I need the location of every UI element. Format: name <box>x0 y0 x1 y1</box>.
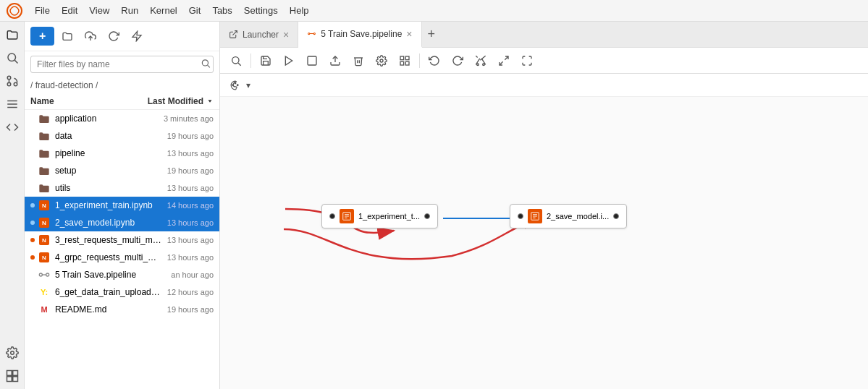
file-list-item[interactable]: Y:6_get_data_train_upload.yaml12 hours a… <box>25 283 219 301</box>
svg-point-30 <box>380 59 383 62</box>
menu-git[interactable]: Git <box>183 2 207 19</box>
node2-input-dot <box>518 213 523 219</box>
file-icon <box>38 112 51 125</box>
file-list-item[interactable]: setup19 hours ago <box>25 162 219 179</box>
menu-edit[interactable]: Edit <box>56 2 83 19</box>
toolbar-run[interactable] <box>279 51 299 71</box>
pipeline-node-1[interactable]: 1_experiment_t... <box>321 204 438 228</box>
dot-indicator <box>30 255 35 260</box>
file-list-item[interactable]: N2_save_model.ipynb13 hours ago <box>25 214 219 231</box>
tab-pipeline-label: 5 Train Save.pipeline <box>321 29 402 39</box>
tab-bar: Launcher × 5 Train Save.pipeline × + <box>220 22 868 48</box>
palette-dropdown[interactable]: ▾ <box>246 80 250 90</box>
toolbar-fullscreen[interactable] <box>517 51 537 71</box>
menu-run[interactable]: Run <box>115 2 144 19</box>
toolbar-redo[interactable] <box>447 51 468 71</box>
svg-rect-10 <box>7 371 12 376</box>
open-folder-button[interactable] <box>57 26 77 46</box>
file-list-item[interactable]: pipeline13 hours ago <box>25 145 219 162</box>
file-list-item[interactable]: MREADME.md19 hours ago <box>25 301 219 318</box>
svg-rect-28 <box>308 56 316 65</box>
file-icon: N <box>38 199 51 212</box>
dot-indicator <box>30 116 35 121</box>
svg-point-42 <box>235 82 236 84</box>
upload-button[interactable] <box>80 26 101 46</box>
search-icon-button[interactable] <box>201 59 211 71</box>
file-item-time: 14 hours ago <box>167 201 214 210</box>
menubar: File Edit View Run Kernel Git Tabs Setti… <box>0 0 868 22</box>
svg-point-18 <box>39 273 42 276</box>
activity-toc[interactable] <box>2 94 22 114</box>
node2-label: 2_save_model.i... <box>547 212 609 221</box>
file-item-time: 13 hours ago <box>167 236 214 244</box>
palette-button[interactable] <box>226 76 245 95</box>
file-item-name: 5 Train Save.pipeline <box>55 270 165 280</box>
file-item-name: 6_get_data_train_upload.yaml <box>55 287 161 297</box>
toolbar-export[interactable] <box>325 51 345 71</box>
tab-pipeline[interactable]: 5 Train Save.pipeline × <box>298 22 421 48</box>
activity-folder[interactable] <box>2 25 22 45</box>
toolbar-cut[interactable] <box>471 51 491 71</box>
tab-launcher-close[interactable]: × <box>283 30 289 40</box>
node1-output-dot <box>424 213 430 219</box>
pipeline-svg <box>220 97 868 389</box>
file-list-item[interactable]: N1_experiment_train.ipynb14 hours ago <box>25 197 219 214</box>
dot-indicator <box>30 203 35 208</box>
file-list-item[interactable]: application3 minutes ago <box>25 110 219 127</box>
pipeline-canvas[interactable]: 1_experiment_t... 2_save_model.i... <box>220 97 868 389</box>
activity-extensions[interactable] <box>2 366 22 386</box>
search-input[interactable] <box>30 56 214 73</box>
svg-marker-15 <box>132 31 141 40</box>
activity-search[interactable] <box>2 48 22 68</box>
file-list-item[interactable]: N4_grpc_requests_multi_model.ipynb13 hou… <box>25 249 219 266</box>
app-logo <box>6 2 23 20</box>
col-name: Name <box>30 96 54 106</box>
dot-indicator <box>30 151 35 155</box>
file-icon: N <box>38 251 51 264</box>
new-button[interactable]: + + <box>30 27 54 46</box>
toolbar-save[interactable] <box>256 51 276 71</box>
file-panel: + + / fraud-detection / Name <box>25 22 220 389</box>
toolbar-search[interactable] <box>226 51 246 71</box>
activity-code[interactable] <box>2 117 22 137</box>
file-list-item[interactable]: utils13 hours ago <box>25 179 219 197</box>
svg-line-26 <box>238 63 241 66</box>
node1-input-dot <box>329 213 335 219</box>
menu-kernel[interactable]: Kernel <box>144 2 183 19</box>
file-icon <box>38 268 51 281</box>
file-list-item[interactable]: 5 Train Save.pipelinean hour ago <box>25 266 219 283</box>
pipeline-node-2[interactable]: 2_save_model.i... <box>510 204 627 228</box>
file-item-time: 19 hours ago <box>167 305 214 314</box>
git-button[interactable] <box>127 26 147 46</box>
svg-line-39 <box>505 56 508 60</box>
file-item-time: an hour ago <box>171 270 214 279</box>
svg-point-4 <box>7 76 11 80</box>
svg-line-17 <box>208 65 210 67</box>
file-icon: Y: <box>38 286 51 299</box>
menu-file[interactable]: File <box>29 2 56 19</box>
toolbar-pipeline-properties[interactable] <box>371 51 392 71</box>
refresh-button[interactable] <box>104 26 124 46</box>
toolbar-expand[interactable] <box>494 51 514 71</box>
svg-point-43 <box>237 84 238 85</box>
svg-rect-33 <box>400 61 404 65</box>
toolbar-stop[interactable] <box>302 51 322 71</box>
file-toolbar: + + <box>25 22 219 51</box>
tab-pipeline-close[interactable]: × <box>406 29 412 39</box>
menu-help[interactable]: Help <box>284 2 315 19</box>
svg-point-41 <box>232 84 234 85</box>
toolbar-nodes[interactable] <box>395 51 415 71</box>
file-list-item[interactable]: N3_rest_requests_multi_model.ipynb13 hou… <box>25 231 219 249</box>
tab-launcher[interactable]: Launcher × <box>220 22 298 48</box>
menu-view[interactable]: View <box>83 2 115 19</box>
file-icon <box>38 181 51 194</box>
new-tab-button[interactable]: + <box>422 27 442 42</box>
activity-settings[interactable] <box>2 343 22 363</box>
menu-tabs[interactable]: Tabs <box>206 2 237 19</box>
activity-git[interactable] <box>2 71 22 91</box>
right-panel: Launcher × 5 Train Save.pipeline × + <box>220 22 868 389</box>
toolbar-undo[interactable] <box>424 51 444 71</box>
menu-settings[interactable]: Settings <box>238 2 284 19</box>
file-list-item[interactable]: data19 hours ago <box>25 127 219 145</box>
toolbar-clear[interactable] <box>348 51 368 71</box>
